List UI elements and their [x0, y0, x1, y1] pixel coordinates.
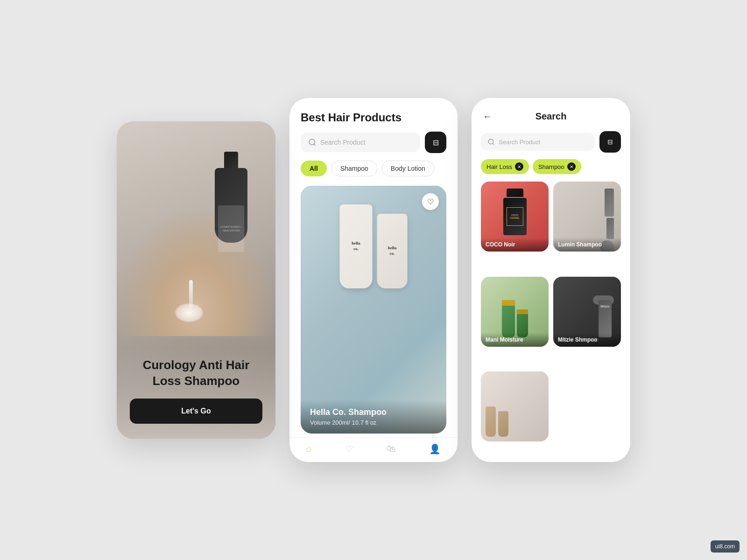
hella-bottle-secondary: hellaco. [377, 214, 408, 288]
search-bar3: Search Product ⊟ [472, 131, 630, 153]
mani-bottles-visual [502, 300, 528, 337]
tab-shampoo[interactable]: Shampoo [331, 161, 377, 176]
mani-label: Mani Moisture [481, 333, 549, 347]
search-icon3 [487, 138, 495, 146]
coco-noir-label: COCO Noir [481, 238, 549, 252]
mani-cap [502, 300, 515, 306]
mitzie-label: Mitzie Shmpoo [553, 333, 621, 347]
search-placeholder3: Search Product [499, 139, 541, 146]
nav-profile[interactable]: 👤 [429, 443, 441, 455]
tab-body-lotion[interactable]: Body Lotion [382, 161, 434, 176]
product-card-mani[interactable]: Mani Moisture [481, 277, 549, 347]
bottom-product-image [481, 371, 549, 441]
watermark: ui8.com [711, 540, 740, 553]
screen2-main: Best Hair Products Search Product ⊟ All … [289, 98, 458, 462]
heart-icon: ♡ [427, 197, 434, 206]
screen1-splash: CONDITIONER + INNOVATION Curology Anti H… [117, 121, 275, 439]
main-header: Best Hair Products [289, 111, 458, 132]
filter-button3[interactable]: ⊟ [599, 131, 621, 153]
products-grid: COCOCHANEL COCO Noir Lumin Shampoo [472, 182, 630, 462]
coco-body: COCOCHANEL [503, 198, 527, 235]
bottle-visual: CONDITIONER + INNOVATION [191, 149, 247, 243]
splash-content: Curology Anti Hair Loss Shampoo Let's Go [117, 348, 275, 439]
nav-home[interactable]: ⌂ [306, 443, 312, 455]
active-tags: Hair Loss ✕ Shampoo ✕ [472, 159, 630, 174]
filter-icon3: ⊟ [607, 138, 613, 146]
search-input-wrap3[interactable]: Search Product [481, 133, 595, 151]
mitzie-bottle-visual: Mitzie [595, 291, 612, 337]
bottom-bottles [486, 406, 508, 437]
product-card-coco-noir[interactable]: COCOCHANEL COCO Noir [481, 182, 549, 252]
bottom-bottle2 [498, 411, 508, 437]
coco-label-text: COCOCHANEL [510, 214, 520, 220]
search-header: ← Search [472, 111, 630, 131]
lumin-label: Lumin Shampoo [553, 238, 621, 252]
main-title: Best Hair Products [301, 111, 446, 124]
tag-shampoo-close[interactable]: ✕ [567, 162, 576, 171]
filter-icon: ⊟ [433, 138, 439, 147]
search-input-wrap[interactable]: Search Product [301, 133, 420, 152]
lumin-bottle1 [605, 189, 614, 217]
nav-favorites[interactable]: ♡ [345, 443, 353, 455]
product-card-mitzie[interactable]: Mitzie Mitzie Shmpoo [553, 277, 621, 347]
bottle-body: CONDITIONER + INNOVATION [215, 168, 247, 243]
search-icon [308, 138, 317, 147]
lumin-bottle2 [606, 218, 614, 239]
mani-cap2 [517, 309, 528, 314]
mitzie-text: Mitzie [599, 300, 612, 308]
tab-all[interactable]: All [301, 161, 327, 176]
search-placeholder-text: Search Product [320, 139, 366, 146]
home-icon: ⌂ [306, 443, 312, 454]
bottom-bottle1 [486, 406, 496, 437]
tag-hair-loss: Hair Loss ✕ [481, 159, 529, 174]
hella-bottle-label2: hellaco. [388, 245, 397, 256]
mani-bottle-tall [502, 300, 515, 337]
coco-bottle: COCOCHANEL [503, 189, 527, 235]
svg-point-0 [309, 139, 315, 145]
search-title: Search [536, 111, 567, 122]
bottle-label-text: CONDITIONER + INNOVATION [218, 225, 244, 233]
bottle-neck [224, 152, 238, 170]
wishlist-button[interactable]: ♡ [422, 193, 439, 210]
svg-point-1 [488, 139, 493, 144]
tag-shampoo: Shampoo ✕ [533, 159, 581, 174]
lets-go-button[interactable]: Let's Go [130, 399, 262, 424]
back-button[interactable]: ← [483, 111, 492, 122]
heart-nav-icon: ♡ [345, 443, 353, 455]
screens-container: CONDITIONER + INNOVATION Curology Anti H… [117, 98, 630, 462]
product-card-bottom[interactable] [481, 371, 549, 441]
coco-cap [507, 189, 523, 197]
mitzie-body: Mitzie [599, 300, 612, 337]
splash-title: Curology Anti Hair Loss Shampoo [130, 357, 262, 389]
tag-shampoo-label: Shampoo [538, 163, 564, 170]
screen3-search: ← Search Search Product ⊟ Hair Loss ✕ Sh… [472, 98, 630, 462]
coco-label-rect: COCOCHANEL [507, 207, 523, 226]
filter-button[interactable]: ⊟ [425, 132, 446, 153]
bottle-label: CONDITIONER + INNOVATION [218, 205, 244, 252]
hella-bottle-label: hellaco. [352, 241, 360, 252]
foam-visual [175, 303, 203, 322]
product-card-image: hellaco. hellaco. [301, 186, 446, 434]
product-info: Hella Co. Shampoo Volume 200ml/ 10.7 fl … [301, 400, 446, 434]
tag-hair-loss-close[interactable]: ✕ [515, 162, 523, 171]
tag-hair-loss-label: Hair Loss [486, 163, 512, 170]
category-tabs: All Shampoo Body Lotion [289, 161, 458, 176]
cart-icon: 🛍 [387, 443, 396, 454]
bottom-navigation: ⌂ ♡ 🛍 👤 [289, 437, 458, 462]
product-bottles: hellaco. hellaco. [340, 204, 408, 288]
nav-cart[interactable]: 🛍 [387, 443, 396, 455]
product-card-lumin[interactable]: Lumin Shampoo [553, 182, 621, 252]
profile-icon: 👤 [429, 443, 441, 455]
featured-product-card[interactable]: hellaco. hellaco. ♡ Hella Co. Shampoo Vo… [301, 186, 446, 434]
product-volume: Volume 200ml/ 10.7 fl oz [310, 419, 437, 426]
search-bar: Search Product ⊟ [289, 132, 458, 153]
product-name: Hella Co. Shampoo [310, 407, 437, 417]
hella-bottle-main: hellaco. [340, 204, 373, 288]
